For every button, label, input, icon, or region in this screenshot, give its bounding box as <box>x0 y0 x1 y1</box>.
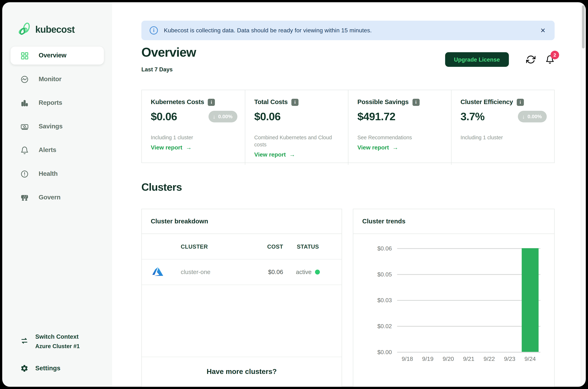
switch-context-label: Switch Context <box>35 333 80 340</box>
page-header: Overview Last 7 Days Upgrade License <box>141 45 555 72</box>
scrollbar-thumb[interactable] <box>582 5 585 48</box>
info-icon[interactable] <box>412 98 420 106</box>
x-tick-label: 9/18 <box>402 356 413 362</box>
settings-label: Settings <box>35 365 60 372</box>
cluster-trends-panel: Cluster trends $0.06$0.05$0.03$0.02$0.00… <box>353 209 555 387</box>
alert-circle-icon <box>20 170 29 178</box>
card-value: 3.7% <box>460 110 485 123</box>
kubecost-leaf-icon <box>17 22 32 37</box>
chart-gridline: $0.05 <box>397 274 540 275</box>
grid-icon <box>20 51 29 60</box>
notifications-button[interactable]: 2 <box>545 55 555 64</box>
x-tick-label: 9/22 <box>483 356 495 362</box>
sidebar-item-label: Savings <box>39 123 63 130</box>
y-tick-label: $0.02 <box>377 323 392 330</box>
arrow-right-icon <box>186 144 192 151</box>
delta-badge: 0.00% <box>518 111 547 122</box>
y-tick-label: $0.05 <box>377 271 392 278</box>
column-header-cluster: CLUSTER <box>181 243 247 250</box>
card-title: Cluster Efficiency <box>460 98 513 106</box>
sidebar-item-govern[interactable]: Govern <box>10 189 104 206</box>
current-context: Azure Cluster #1 <box>35 343 80 349</box>
info-icon[interactable] <box>291 98 299 106</box>
x-tick-label: 9/19 <box>422 356 433 362</box>
cluster-trends-chart: $0.06$0.05$0.03$0.02$0.009/189/199/209/2… <box>353 248 540 352</box>
bar-chart-icon <box>20 98 29 107</box>
card-possible-savings: Possible Savings $491.72 See Recommendat… <box>348 90 451 165</box>
close-icon[interactable]: ✕ <box>540 27 546 34</box>
sidebar-item-health[interactable]: Health <box>10 165 104 183</box>
sidebar-item-reports[interactable]: Reports <box>10 94 104 112</box>
chart-gridline: $0.06 <box>397 248 540 249</box>
banknote-icon <box>20 122 29 131</box>
sidebar-item-label: Overview <box>39 52 66 59</box>
more-clusters-prompt: Have more clusters? <box>142 357 342 387</box>
x-tick-label: 9/24 <box>525 356 536 362</box>
sidebar-item-savings[interactable]: Savings <box>10 118 104 135</box>
status-badge: active <box>296 269 320 275</box>
sidebar: kubecost Overview M <box>2 2 112 387</box>
card-note: Including 1 cluster <box>460 134 543 141</box>
y-tick-label: $0.00 <box>377 349 392 356</box>
upgrade-license-button[interactable]: Upgrade License <box>445 52 509 67</box>
refresh-button[interactable] <box>526 55 535 64</box>
sidebar-item-label: Health <box>39 170 58 178</box>
app-window: kubecost Overview M <box>0 0 588 389</box>
monitor-wave-icon <box>20 75 29 84</box>
arrow-right-icon <box>289 151 295 158</box>
view-report-link[interactable]: View report <box>254 151 341 158</box>
page-title: Overview <box>141 45 196 60</box>
chart-plot: $0.06$0.05$0.03$0.02$0.009/189/199/209/2… <box>397 248 540 352</box>
clusters-heading: Clusters <box>141 181 555 194</box>
x-tick-label: 9/23 <box>504 356 515 362</box>
sidebar-item-label: Govern <box>39 194 60 201</box>
scrollbar-track[interactable] <box>581 2 586 387</box>
switch-context-button[interactable]: Switch Context Azure Cluster #1 <box>20 333 103 349</box>
gear-icon <box>20 364 28 372</box>
card-note: Including 1 cluster <box>151 134 233 141</box>
y-tick-label: $0.06 <box>377 245 392 252</box>
chart-gridline: $0.03 <box>397 300 540 301</box>
view-report-link[interactable]: View report <box>357 144 444 151</box>
cluster-breakdown-panel: Cluster breakdown CLUSTER COST STATUS <box>141 209 342 387</box>
card-note: Combined Kubernetes and Cloud costs <box>254 134 337 148</box>
info-icon[interactable] <box>517 98 524 106</box>
chart-bar-9/24 <box>522 248 539 352</box>
barrier-icon <box>20 193 29 202</box>
status-label: active <box>296 269 311 275</box>
delta-badge: 0.00% <box>209 111 237 122</box>
active-status-dot <box>315 270 320 275</box>
table-row[interactable]: cluster-one $0.06 active <box>142 259 342 285</box>
sidebar-nav: Overview Monitor <box>2 46 112 206</box>
card-title: Kubernetes Costs <box>151 98 204 106</box>
settings-button[interactable]: Settings <box>20 364 103 372</box>
sidebar-item-alerts[interactable]: Alerts <box>10 141 104 159</box>
azure-logo-icon <box>151 265 164 278</box>
sidebar-item-label: Monitor <box>39 76 61 83</box>
sidebar-item-label: Alerts <box>39 146 56 154</box>
sidebar-item-overview[interactable]: Overview <box>10 46 104 65</box>
bell-icon <box>20 146 29 155</box>
table-header-row: CLUSTER COST STATUS <box>142 234 342 259</box>
card-title: Possible Savings <box>357 98 409 106</box>
summary-cards-row: Kubernetes Costs $0.06 0.00% Including 1… <box>141 90 555 163</box>
column-header-cost: COST <box>247 243 283 250</box>
chart-gridline: $0.02 <box>397 326 540 327</box>
x-tick-label: 9/21 <box>463 356 474 362</box>
delta-value: 0.00% <box>528 114 542 120</box>
sidebar-item-label: Reports <box>39 99 62 107</box>
view-report-link[interactable]: View report <box>151 144 237 151</box>
card-total-costs: Total Costs $0.06 Combined Kubernetes an… <box>245 90 348 165</box>
kubecost-window: kubecost Overview M <box>2 2 586 387</box>
info-icon[interactable] <box>208 98 215 106</box>
kubecost-logo[interactable]: kubecost <box>2 2 112 37</box>
view-report-label: View report <box>357 144 389 151</box>
card-cluster-efficiency: Cluster Efficiency 3.7% 0.00% Including … <box>451 90 554 165</box>
sidebar-item-monitor[interactable]: Monitor <box>10 70 104 88</box>
sidebar-footer: Switch Context Azure Cluster #1 Settings <box>2 333 112 387</box>
y-tick-label: $0.03 <box>377 297 392 304</box>
down-arrow-icon <box>213 114 216 120</box>
cluster-cost: $0.06 <box>247 269 283 275</box>
chart-gridline: $0.00 <box>397 352 540 353</box>
card-value: $0.06 <box>151 110 177 123</box>
